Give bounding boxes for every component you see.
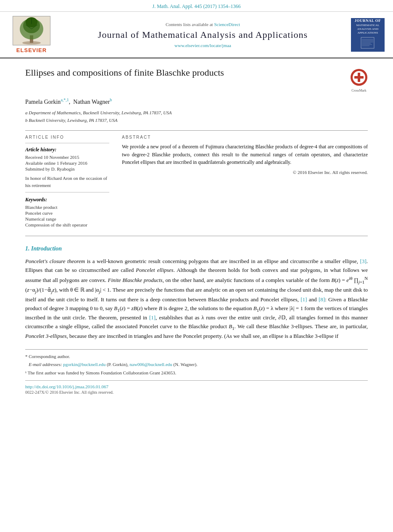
article-info-label: ARTICLE INFO: [25, 135, 109, 140]
finite-blaschke-term: Finite Blaschke products: [108, 277, 163, 283]
ref-8: [8]: [319, 296, 325, 303]
submitted-by: Submitted by D. Ryabogin: [25, 166, 109, 171]
ref-1: [1]: [301, 296, 307, 303]
email-link-1[interactable]: pgorkin@bucknell.edu: [63, 362, 106, 367]
corresponding-author: * Corresponding author.: [25, 353, 368, 360]
doi-section: http://dx.doi.org/10.1016/j.jmaa.2016.01…: [25, 380, 368, 395]
abstract-text: We provide a new proof of a theorem of F…: [122, 143, 368, 166]
dedication: In honor of Richard Aron on the occasion…: [25, 175, 109, 189]
citation-text: J. Math. Anal. Appl. 445 (2017) 1354–136…: [153, 3, 241, 9]
poncelet-3-term: Poncelet 3-ellipses: [25, 333, 67, 339]
keyword-1: Blaschke product: [25, 205, 109, 210]
affiliations: a Department of Mathematics, Bucknell Un…: [25, 109, 368, 124]
svg-rect-18: [354, 76, 364, 79]
affiliation-b: b Bucknell University, Lewisburg, PA 178…: [25, 116, 368, 124]
email-link-2[interactable]: naw006@bucknell.edu: [129, 362, 172, 367]
contents-line: Contents lists available at ScienceDirec…: [59, 22, 347, 27]
abstract-column: ABSTRACT We provide a new proof of a the…: [122, 135, 368, 228]
ref-3: [3]: [360, 258, 367, 264]
keyword-2: Poncelet curve: [25, 211, 109, 216]
intro-heading: 1. Introduction: [25, 245, 368, 252]
doi-link[interactable]: http://dx.doi.org/10.1016/j.jmaa.2016.01…: [25, 384, 108, 389]
received-date: Received 10 November 2015: [25, 155, 109, 160]
paper-container: Ellipses and compositions of finite Blas…: [0, 58, 393, 403]
info-divider-mid: [25, 192, 109, 192]
footnote-section: * Corresponding author. E-mail addresses…: [25, 349, 368, 377]
journal-header: ELSEVIER Contents lists available at Sci…: [0, 12, 393, 58]
article-history-title: Article history:: [25, 147, 109, 153]
two-column-section: ARTICLE INFO Article history: Received 1…: [25, 135, 368, 228]
copyright-line: © 2016 Elsevier Inc. All rights reserved…: [122, 170, 368, 175]
authors-line: Pamela Gorkina,*,1, Nathan Wagnerb: [25, 97, 368, 105]
sciencedirect-link[interactable]: ScienceDirect: [214, 22, 240, 27]
info-divider-top: [25, 143, 109, 143]
elsevier-logo-left: ELSEVIER: [8, 16, 55, 53]
journal-url: www.elsevier.com/locate/jmaa: [59, 43, 347, 48]
poncelet-theorem-term: Poncelet's closure theorem: [25, 258, 85, 264]
right-logo-text: JOURNAL OF MATHEMATICAL ANALYSIS AND APP…: [355, 18, 381, 50]
svg-rect-8: [361, 37, 374, 48]
author1-name: Pamela Gorkin: [25, 99, 61, 105]
paper-title: Ellipses and compositions of finite Blas…: [25, 67, 344, 79]
affiliation-a: a Department of Mathematics, Bucknell Un…: [25, 109, 368, 117]
keyword-3: Numerical range: [25, 216, 109, 221]
section-divider: [25, 236, 368, 236]
crossmark-logo: CrossMark: [350, 68, 368, 92]
author2-sup: b: [110, 97, 112, 102]
article-info-column: ARTICLE INFO Article history: Received 1…: [25, 135, 109, 228]
email-footnote: E-mail addresses: pgorkin@bucknell.edu (…: [25, 361, 368, 368]
author1-sup: a,*,1: [61, 97, 69, 102]
available-date: Available online 1 February 2016: [25, 161, 109, 166]
ref-1b: [1]: [149, 314, 156, 321]
svg-point-7: [22, 41, 41, 45]
keyword-4: Compression of the shift operator: [25, 222, 109, 227]
abstract-label: ABSTRACT: [122, 135, 368, 140]
intro-paragraph: Poncelet's closure theorem is a well-kno…: [25, 257, 368, 341]
journal-center: Contents lists available at ScienceDirec…: [59, 22, 347, 48]
elsevier-tree-image: [13, 16, 50, 45]
issn-line: 0022-247X/© 2016 Elsevier Inc. All right…: [25, 390, 368, 395]
journal-logo-right: JOURNAL OF MATHEMATICAL ANALYSIS AND APP…: [351, 18, 385, 52]
citation-bar: J. Math. Anal. Appl. 445 (2017) 1354–136…: [0, 0, 393, 12]
author2-name: Nathan Wagner: [73, 99, 110, 105]
keywords-title: Keywords:: [25, 197, 109, 203]
footnote-1: ¹ The first author was funded by Simons …: [25, 369, 368, 377]
header-divider: [25, 130, 368, 131]
poncelet-ellipses-term: Poncelet ellipses: [136, 267, 173, 273]
elsevier-label: ELSEVIER: [16, 47, 47, 53]
journal-title: Journal of Mathematical Analysis and App…: [59, 29, 347, 40]
